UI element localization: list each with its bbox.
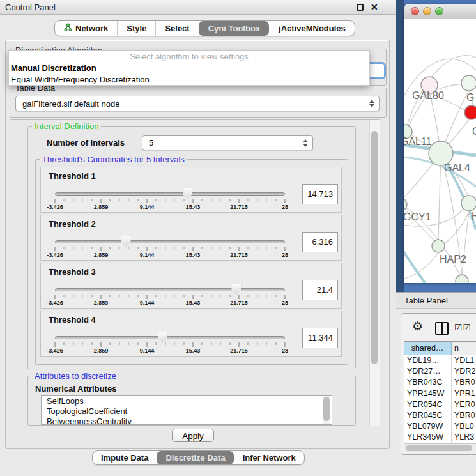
tab-discretize-data[interactable]: Discretize Data xyxy=(157,451,233,464)
cell-shared-name[interactable]: YER054C xyxy=(404,399,452,410)
tab-style[interactable]: Style xyxy=(117,21,155,36)
cell-shared-name[interactable]: YBR045C xyxy=(404,410,452,421)
slider-tick-labels: -3.4262.8599.14415.4321.71528 xyxy=(55,348,285,354)
attribute-item-betweennesscentrality[interactable]: BetweennessCentrality xyxy=(42,417,332,425)
tab-select[interactable]: Select xyxy=(155,21,198,36)
network-node-h[interactable] xyxy=(461,196,476,211)
tab-label: Infer Network xyxy=(243,453,296,463)
cell-name[interactable]: YBL0 xyxy=(452,421,476,432)
table-row[interactable]: YDL19…YDL1 xyxy=(404,355,476,366)
threshold-1-box: Threshold 1-3.4262.8599.14415.4321.71528… xyxy=(40,167,342,213)
table-row[interactable]: YLR345WYLR3 xyxy=(404,432,476,443)
node-label: H xyxy=(472,211,476,222)
cell-shared-name[interactable]: YDR27… xyxy=(404,366,452,377)
attribute-item-selfloops[interactable]: SelfLoops xyxy=(42,396,332,406)
table-horizontal-scrollbar-thumb[interactable] xyxy=(406,445,472,451)
threshold-label: Threshold 1 xyxy=(49,171,96,181)
tab-infer-network[interactable]: Infer Network xyxy=(234,451,304,464)
threshold-value-field[interactable]: 21.4 xyxy=(302,280,338,300)
tab-jactivemnodules[interactable]: jActiveMNodules xyxy=(269,21,355,36)
node-label: GCY1 xyxy=(404,211,431,222)
thresholds-group-title: Threshold's Coordinates for 5 Intervals xyxy=(40,155,187,164)
slider-ticks xyxy=(55,246,285,251)
network-node-gcy1[interactable] xyxy=(404,198,407,211)
cell-name[interactable]: YBR0 xyxy=(452,410,476,421)
table-data-combobox[interactable]: galFiltered.sif default node xyxy=(15,96,380,111)
algorithm-dropdown-popup: Select algorithm to view settings Manual… xyxy=(8,50,370,86)
threshold-slider[interactable]: -3.4262.8599.14415.4321.71528 xyxy=(55,286,285,305)
num-intervals-spinner[interactable]: 5 xyxy=(142,135,313,150)
node-label: HAP2 xyxy=(440,254,466,265)
close-panel-icon[interactable]: ✕ xyxy=(371,2,378,12)
tab-cyni-toolbox[interactable]: Cyni Toolbox xyxy=(199,21,269,36)
close-window-icon[interactable] xyxy=(411,7,419,15)
network-node-g[interactable] xyxy=(461,75,476,91)
threshold-slider[interactable]: -3.4262.8599.14415.4321.71528 xyxy=(55,238,285,257)
table-row[interactable]: YBL079WYBL0 xyxy=(404,421,476,432)
network-window-titlebar[interactable] xyxy=(404,4,476,19)
cell-name[interactable]: YDL1 xyxy=(452,355,476,366)
float-panel-icon[interactable] xyxy=(357,4,364,11)
attributes-list[interactable]: SelfLoopsTopologicalCoefficientBetweenne… xyxy=(41,395,332,425)
select-columns-icon[interactable]: ☑☑ xyxy=(454,322,472,332)
cell-name[interactable]: YPR1 xyxy=(452,388,476,399)
network-view-window[interactable]: GAL80GCGAL11GAL4GCY1HHAP2 xyxy=(404,4,476,283)
vertical-scrollbar-thumb[interactable] xyxy=(371,131,378,364)
spinner-arrows-icon xyxy=(303,139,307,147)
network-graph: GAL80GCGAL11GAL4GCY1HHAP2 xyxy=(404,19,476,283)
slider-track[interactable] xyxy=(55,240,285,243)
table-panel-titlebar: Table Panel xyxy=(396,292,476,309)
network-icon xyxy=(64,23,72,34)
zoom-window-icon[interactable] xyxy=(435,7,443,15)
cell-shared-name[interactable]: YBR043C xyxy=(404,377,452,388)
dropdown-option-equal-width-frequency-discretization[interactable]: Equal Width/Frequency Discretization xyxy=(9,74,369,86)
network-node-c[interactable] xyxy=(464,105,476,119)
tab-label: Network xyxy=(75,24,108,33)
column-header-shared-name[interactable]: shared… xyxy=(404,342,452,355)
dropdown-placeholder: Select algorithm to view settings xyxy=(9,51,369,63)
slider-track[interactable] xyxy=(55,336,285,339)
threshold-value-field[interactable]: 11.344 xyxy=(302,328,338,348)
cell-shared-name[interactable]: YDL19… xyxy=(404,355,452,366)
cell-name[interactable]: YDR2 xyxy=(452,366,476,377)
threshold-slider[interactable]: -3.4262.8599.14415.4321.71528 xyxy=(55,334,285,353)
table-row[interactable]: YER054CYER0 xyxy=(404,399,476,410)
cell-name[interactable]: YBR0 xyxy=(452,377,476,388)
cell-shared-name[interactable]: YLR345W xyxy=(404,432,452,443)
table-rows: YDL19…YDL1YDR27…YDR2YBR043CYBR0YPR145WYP… xyxy=(404,355,476,445)
slider-tick-labels: -3.4262.8599.14415.4321.71528 xyxy=(55,300,285,306)
num-intervals-value: 5 xyxy=(142,138,153,148)
minimize-window-icon[interactable] xyxy=(423,7,431,15)
split-columns-icon[interactable] xyxy=(435,322,449,335)
network-canvas[interactable]: GAL80GCGAL11GAL4GCY1HHAP2 xyxy=(404,19,476,283)
network-node[interactable] xyxy=(456,275,468,283)
slider-tick-labels: -3.4262.8599.14415.4321.71528 xyxy=(55,252,285,258)
threshold-2-box: Threshold 2-3.4262.8599.14415.4321.71528… xyxy=(40,215,342,261)
slider-tick-labels: -3.4262.8599.14415.4321.71528 xyxy=(55,204,285,210)
column-header-name[interactable]: n xyxy=(452,342,476,355)
table-row[interactable]: YBR043CYBR0 xyxy=(404,377,476,388)
table-row[interactable]: YDR27…YDR2 xyxy=(404,366,476,377)
desktop-edge xyxy=(396,0,404,292)
table-row[interactable]: YBR045CYBR0 xyxy=(404,410,476,421)
threshold-3-box: Threshold 3-3.4262.8599.14415.4321.71528… xyxy=(40,263,342,309)
slider-track[interactable] xyxy=(55,192,285,196)
gear-icon[interactable]: ⚙ xyxy=(412,319,423,334)
cell-shared-name[interactable]: YBL079W xyxy=(404,421,452,432)
tab-network[interactable]: Network xyxy=(55,21,117,36)
apply-button[interactable]: Apply xyxy=(172,429,214,442)
threshold-value-field[interactable]: 14.713 xyxy=(302,184,338,204)
attribute-item-topologicalcoefficient[interactable]: TopologicalCoefficient xyxy=(42,406,332,417)
network-node-hap2[interactable] xyxy=(432,240,445,252)
dropdown-option-manual-discretization[interactable]: Manual Discretization xyxy=(9,63,369,74)
cell-shared-name[interactable]: YPR145W xyxy=(404,388,452,399)
cell-name[interactable]: YER0 xyxy=(452,399,476,410)
numerical-attributes-heading: Numerical Attributes xyxy=(35,384,116,394)
threshold-slider[interactable]: -3.4262.8599.14415.4321.71528 xyxy=(55,190,285,210)
slider-track[interactable] xyxy=(55,288,285,291)
cell-name[interactable]: YLR3 xyxy=(452,432,476,443)
threshold-value-field[interactable]: 6.316 xyxy=(302,232,338,252)
attributes-list-scrollbar-thumb[interactable] xyxy=(323,397,330,421)
table-row[interactable]: YPR145WYPR1 xyxy=(404,388,476,399)
tab-impute-data[interactable]: Impute Data xyxy=(93,451,157,464)
